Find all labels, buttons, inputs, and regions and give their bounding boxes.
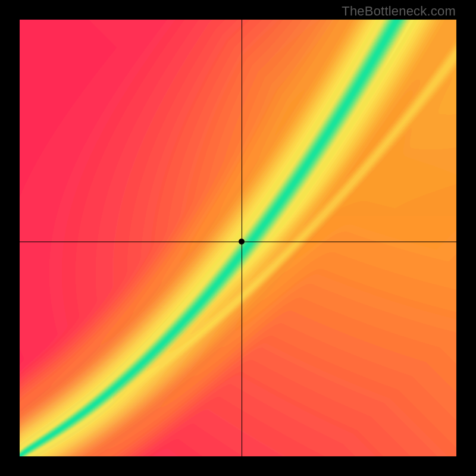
evaluated-point-dot (239, 239, 245, 245)
watermark-text: TheBottleneck.com (342, 4, 456, 19)
heatmap-canvas (20, 20, 456, 456)
chart-frame: TheBottleneck.com (0, 0, 476, 476)
heatmap-plot (20, 20, 456, 456)
